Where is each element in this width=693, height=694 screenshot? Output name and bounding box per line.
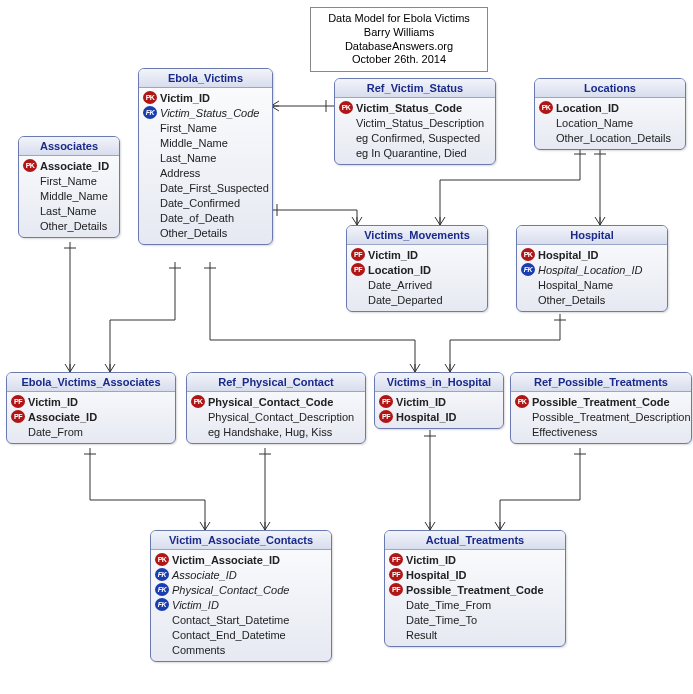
field-row: Address bbox=[143, 165, 268, 180]
key-blank bbox=[389, 598, 403, 611]
field-label: Contact_End_Datetime bbox=[172, 629, 286, 641]
field-row: PFVictim_ID bbox=[389, 552, 561, 567]
field-label: eg Confirmed, Suspected bbox=[356, 132, 480, 144]
pf-key-icon: PF bbox=[389, 568, 403, 581]
field-row: PKVictim_Associate_ID bbox=[155, 552, 327, 567]
field-label: Date_Arrived bbox=[368, 279, 432, 291]
key-blank bbox=[515, 410, 529, 423]
field-row: PKPossible_Treatment_Code bbox=[515, 394, 687, 409]
fk-key-icon: FK bbox=[155, 598, 169, 611]
field-label: eg Handshake, Hug, Kiss bbox=[208, 426, 332, 438]
key-blank bbox=[155, 628, 169, 641]
field-row: PFVictim_ID bbox=[351, 247, 483, 262]
entity-victim-associate-contacts: Victim_Associate_Contacts PKVictim_Assoc… bbox=[150, 530, 332, 662]
entity-ref-possible-treatments: Ref_Possible_Treatments PKPossible_Treat… bbox=[510, 372, 692, 444]
pk-key-icon: PK bbox=[339, 101, 353, 114]
field-row: PKAssociate_ID bbox=[23, 158, 115, 173]
entity-title: Ref_Possible_Treatments bbox=[511, 373, 691, 392]
entity-title: Associates bbox=[19, 137, 119, 156]
entity-body: PKVictim_IDFKVictim_Status_CodeFirst_Nam… bbox=[139, 88, 272, 244]
field-label: Location_Name bbox=[556, 117, 633, 129]
field-label: Hospital_ID bbox=[538, 249, 599, 261]
field-label: Possible_Treatment_Description bbox=[532, 411, 691, 423]
pf-key-icon: PF bbox=[389, 553, 403, 566]
field-label: Associate_ID bbox=[40, 160, 109, 172]
field-row: Middle_Name bbox=[143, 135, 268, 150]
field-row: Effectiveness bbox=[515, 424, 687, 439]
entity-body: PKVictim_Status_CodeVictim_Status_Descri… bbox=[335, 98, 495, 164]
field-label: Effectiveness bbox=[532, 426, 597, 438]
key-blank bbox=[143, 136, 157, 149]
entity-body: PKPossible_Treatment_CodePossible_Treatm… bbox=[511, 392, 691, 443]
field-label: Location_ID bbox=[556, 102, 619, 114]
field-row: Date_Time_From bbox=[389, 597, 561, 612]
field-row: Date_From bbox=[11, 424, 171, 439]
entity-title: Ebola_Victims_Associates bbox=[7, 373, 175, 392]
field-label: Victim_Status_Code bbox=[356, 102, 462, 114]
pf-key-icon: PF bbox=[351, 248, 365, 261]
field-label: Last_Name bbox=[40, 205, 96, 217]
entity-body: PKPhysical_Contact_CodePhysical_Contact_… bbox=[187, 392, 365, 443]
field-label: Comments bbox=[172, 644, 225, 656]
fk-key-icon: FK bbox=[155, 583, 169, 596]
field-label: Physical_Contact_Description bbox=[208, 411, 354, 423]
info-line: DatabaseAnswers.org bbox=[319, 40, 479, 54]
entity-title: Ref_Physical_Contact bbox=[187, 373, 365, 392]
entity-body: PKAssociate_IDFirst_NameMiddle_NameLast_… bbox=[19, 156, 119, 237]
entity-locations: Locations PKLocation_IDLocation_NameOthe… bbox=[534, 78, 686, 150]
field-label: Other_Location_Details bbox=[556, 132, 671, 144]
field-row: eg Confirmed, Suspected bbox=[339, 130, 491, 145]
field-row: PKVictim_Status_Code bbox=[339, 100, 491, 115]
key-blank bbox=[143, 181, 157, 194]
key-blank bbox=[389, 613, 403, 626]
pf-key-icon: PF bbox=[379, 410, 393, 423]
pf-key-icon: PF bbox=[11, 395, 25, 408]
entity-ref-victim-status: Ref_Victim_Status PKVictim_Status_CodeVi… bbox=[334, 78, 496, 165]
field-row: Other_Location_Details bbox=[539, 130, 681, 145]
field-row: Last_Name bbox=[143, 150, 268, 165]
key-blank bbox=[339, 146, 353, 159]
pf-key-icon: PF bbox=[11, 410, 25, 423]
key-blank bbox=[23, 219, 37, 232]
field-label: Date_From bbox=[28, 426, 83, 438]
key-blank bbox=[339, 116, 353, 129]
field-label: Physical_Contact_Code bbox=[172, 584, 289, 596]
entity-title: Victim_Associate_Contacts bbox=[151, 531, 331, 550]
field-row: First_Name bbox=[23, 173, 115, 188]
field-label: Other_Details bbox=[160, 227, 227, 239]
entity-body: PKHospital_IDFKHospital_Location_IDHospi… bbox=[517, 245, 667, 311]
entity-body: PFVictim_IDPFAssociate_IDDate_From bbox=[7, 392, 175, 443]
field-row: Possible_Treatment_Description bbox=[515, 409, 687, 424]
key-blank bbox=[521, 278, 535, 291]
field-label: Victim_ID bbox=[28, 396, 78, 408]
field-row: FKVictim_Status_Code bbox=[143, 105, 268, 120]
entity-title: Hospital bbox=[517, 226, 667, 245]
key-blank bbox=[351, 278, 365, 291]
field-row: FKVictim_ID bbox=[155, 597, 327, 612]
key-blank bbox=[143, 226, 157, 239]
info-line: October 26th. 2014 bbox=[319, 53, 479, 67]
entity-associates: Associates PKAssociate_IDFirst_NameMiddl… bbox=[18, 136, 120, 238]
field-label: Associate_ID bbox=[28, 411, 97, 423]
field-row: Other_Details bbox=[143, 225, 268, 240]
field-row: PFVictim_ID bbox=[379, 394, 499, 409]
field-row: PKVictim_ID bbox=[143, 90, 268, 105]
field-row: PFAssociate_ID bbox=[11, 409, 171, 424]
key-blank bbox=[23, 174, 37, 187]
key-blank bbox=[515, 425, 529, 438]
entity-victims-movements: Victims_Movements PFVictim_IDPFLocation_… bbox=[346, 225, 488, 312]
field-row: Date_First_Suspected bbox=[143, 180, 268, 195]
key-blank bbox=[143, 196, 157, 209]
field-label: Other_Details bbox=[538, 294, 605, 306]
field-label: Date_Time_From bbox=[406, 599, 491, 611]
pf-key-icon: PF bbox=[389, 583, 403, 596]
entity-title: Victims_Movements bbox=[347, 226, 487, 245]
entity-ebola-victims: Ebola_Victims PKVictim_IDFKVictim_Status… bbox=[138, 68, 273, 245]
pk-key-icon: PK bbox=[515, 395, 529, 408]
field-row: PKLocation_ID bbox=[539, 100, 681, 115]
key-blank bbox=[155, 613, 169, 626]
field-row: Victim_Status_Description bbox=[339, 115, 491, 130]
field-label: Date_Confirmed bbox=[160, 197, 240, 209]
entity-title: Locations bbox=[535, 79, 685, 98]
key-blank bbox=[389, 628, 403, 641]
